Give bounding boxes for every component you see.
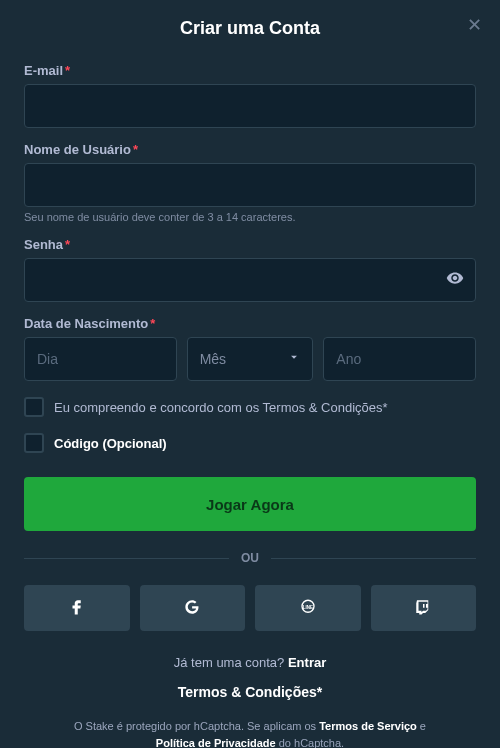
divider-line [24,558,229,559]
code-checkbox-label: Código (Opcional) [54,436,167,451]
code-checkbox-row: Código (Opcional) [24,433,476,453]
line-icon: LINE [299,598,317,619]
code-checkbox[interactable] [24,433,44,453]
google-button[interactable] [140,585,246,631]
terms-link[interactable]: Termos & Condições* [24,684,476,700]
terms-checkbox-label: Eu compreendo e concordo com os Termos &… [54,400,388,415]
dob-day-input[interactable] [24,337,177,381]
divider: OU [24,551,476,565]
close-icon[interactable]: ✕ [467,14,482,36]
password-input[interactable] [24,258,476,302]
twitch-button[interactable] [371,585,477,631]
username-input[interactable] [24,163,476,207]
captcha-tos-link[interactable]: Termos de Serviço [319,720,417,732]
line-button[interactable]: LINE [255,585,361,631]
terms-checkbox[interactable] [24,397,44,417]
username-hint: Seu nome de usuário deve conter de 3 a 1… [24,211,476,223]
login-link[interactable]: Entrar [288,655,326,670]
dob-year-input[interactable] [323,337,476,381]
captcha-notice: O Stake é protegido por hCaptcha. Se apl… [24,718,476,748]
login-prompt-text: Já tem uma conta? [174,655,288,670]
dob-label: Data de Nascimento* [24,316,476,331]
username-field-group: Nome de Usuário* Seu nome de usuário dev… [24,142,476,223]
email-label: E-mail* [24,63,476,78]
twitch-icon [414,598,432,619]
submit-button[interactable]: Jogar Agora [24,477,476,531]
svg-text:LINE: LINE [303,604,313,609]
email-field-group: E-mail* [24,63,476,128]
footer: Já tem uma conta? Entrar Termos & Condiç… [24,655,476,748]
login-prompt-line: Já tem uma conta? Entrar [24,655,476,670]
facebook-icon [68,598,86,619]
password-field-group: Senha* [24,237,476,302]
social-buttons: LINE [24,585,476,631]
modal-title: Criar uma Conta [24,18,476,39]
google-icon [183,598,201,619]
captcha-privacy-link[interactable]: Política de Privacidade [156,737,276,749]
divider-text: OU [241,551,259,565]
divider-line [271,558,476,559]
email-input[interactable] [24,84,476,128]
password-label: Senha* [24,237,476,252]
terms-checkbox-row: Eu compreendo e concordo com os Termos &… [24,397,476,417]
username-label: Nome de Usuário* [24,142,476,157]
facebook-button[interactable] [24,585,130,631]
signup-modal: ✕ Criar uma Conta E-mail* Nome de Usuári… [0,0,500,748]
eye-icon[interactable] [446,269,464,291]
dob-field-group: Data de Nascimento* Mês [24,316,476,381]
dob-month-select[interactable]: Mês [187,337,314,381]
